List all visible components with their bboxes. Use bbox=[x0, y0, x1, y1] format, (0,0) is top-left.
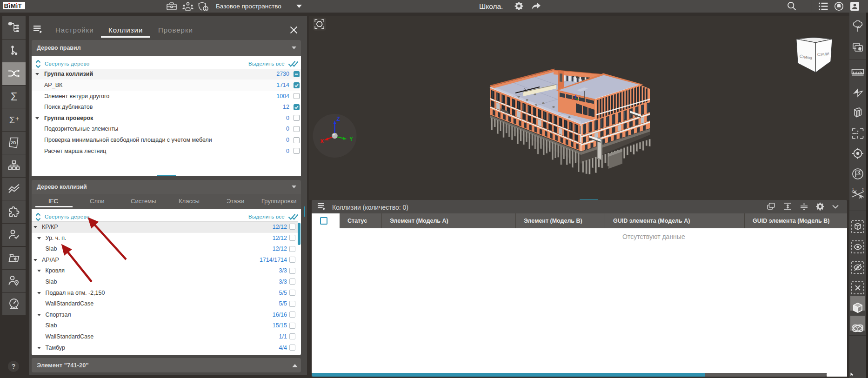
svg-text:2D: 2D bbox=[11, 140, 16, 145]
svg-text:Y: Y bbox=[349, 136, 353, 142]
svg-text:+: + bbox=[15, 115, 19, 122]
svg-text:1: 1 bbox=[852, 188, 854, 191]
svg-text:Σ: Σ bbox=[11, 91, 17, 103]
svg-text:Z: Z bbox=[337, 116, 340, 122]
svg-text:Σ: Σ bbox=[9, 115, 15, 125]
svg-text:2: 2 bbox=[862, 188, 864, 191]
svg-text:X: X bbox=[320, 138, 324, 145]
svg-text:BıMıT: BıMıT bbox=[4, 2, 22, 9]
